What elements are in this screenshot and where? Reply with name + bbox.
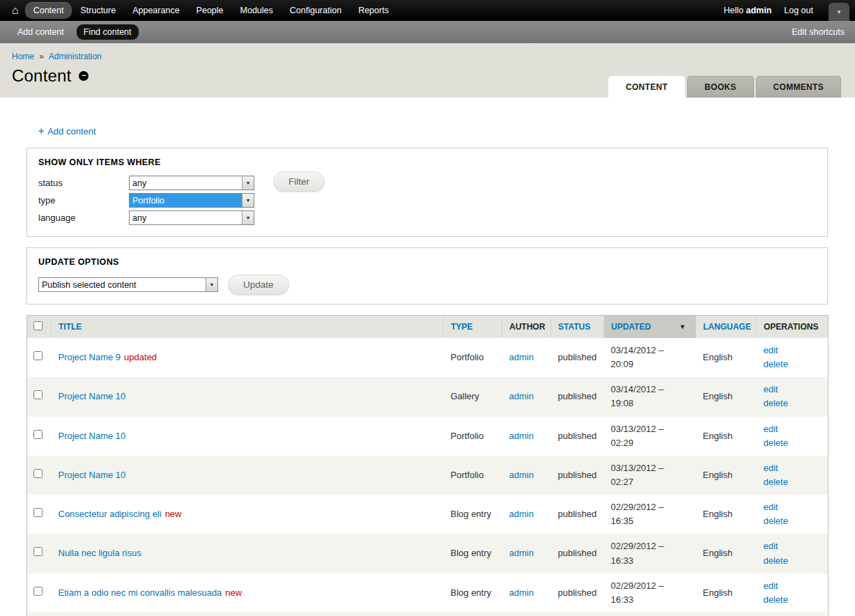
title-link[interactable]: Project Name 10	[59, 431, 126, 441]
breadcrumb-home-link[interactable]: Home	[12, 52, 34, 61]
delete-link[interactable]: delete	[764, 514, 822, 528]
title-link[interactable]: Project Name 9	[59, 352, 121, 362]
delete-link[interactable]: delete	[764, 357, 822, 371]
column-header-title[interactable]: TITLE	[52, 316, 444, 339]
update-action-select[interactable]: Publish selected content ▼	[38, 277, 218, 292]
chevron-down-icon: ▼	[242, 194, 254, 207]
breadcrumb-administration-link[interactable]: Administration	[49, 52, 102, 61]
updated-cell: 03/14/2012 – 19:08	[604, 377, 696, 416]
edit-link[interactable]: edit	[764, 383, 822, 396]
delete-link[interactable]: delete	[764, 396, 822, 410]
toolbar-toggle-button[interactable]: ▼	[829, 3, 849, 21]
plus-icon: +	[38, 125, 44, 137]
title-link[interactable]: Project Name 10	[59, 470, 126, 480]
author-link[interactable]: admin	[509, 509, 534, 519]
row-checkbox[interactable]	[33, 547, 43, 556]
table-row: Nulla nec ligula risusBlog entryadminpub…	[27, 534, 829, 573]
language-cell: English	[696, 377, 757, 416]
menu-item-appearance[interactable]: Appearance	[124, 2, 187, 19]
tab-books[interactable]: BOOKS	[687, 76, 754, 98]
menu-item-configuration[interactable]: Configuration	[282, 2, 350, 19]
author-link[interactable]: admin	[509, 431, 534, 441]
table-row: Project Name 10Portfolioadminpublished03…	[27, 417, 829, 456]
chevron-down-icon: ▼	[242, 211, 254, 224]
title-link[interactable]: Consectetur adipiscing eli	[59, 509, 162, 519]
table-row: Consectetur adipiscing elinewBlog entrya…	[27, 495, 829, 534]
minus-circle-icon[interactable]: −	[79, 71, 88, 81]
edit-link[interactable]: edit	[764, 461, 822, 475]
status-cell: published	[551, 573, 604, 613]
tab-content[interactable]: CONTENT	[608, 76, 685, 98]
updated-cell: 03/13/2012 – 02:29	[604, 417, 696, 456]
admin-toolbar: ⌂ ContentStructureAppearancePeopleModule…	[0, 0, 855, 21]
language-select[interactable]: any ▼	[129, 210, 254, 225]
shortcut-add-content[interactable]: Add content	[10, 24, 71, 40]
type-cell: Portfolio	[444, 456, 502, 495]
edit-link[interactable]: edit	[764, 344, 822, 357]
delete-link[interactable]: delete	[764, 554, 822, 568]
logout-link[interactable]: Log out	[784, 6, 813, 15]
edit-link[interactable]: edit	[764, 539, 822, 553]
author-link[interactable]: admin	[509, 470, 534, 480]
table-row: Etiam a odio nec mi convallis malesuadan…	[27, 573, 829, 613]
author-link[interactable]: admin	[509, 587, 534, 598]
menu-item-people[interactable]: People	[188, 2, 232, 19]
title-link[interactable]: Project Name 10	[59, 391, 126, 401]
status-cell: published	[551, 456, 604, 495]
table-row: Project Name 10Galleryadminpublished03/1…	[27, 377, 829, 416]
select-all-checkbox[interactable]	[33, 321, 43, 330]
status-select[interactable]: any ▼	[129, 176, 254, 190]
row-checkbox[interactable]	[33, 469, 43, 478]
title-link[interactable]: Nulla nec ligula risus	[59, 548, 141, 558]
shortcut-find-content[interactable]: Find content	[77, 24, 139, 40]
column-header-type[interactable]: TYPE	[444, 316, 502, 339]
greeting-text: Hello admin	[723, 6, 771, 15]
column-label-status: STATUS	[558, 322, 590, 332]
edit-link[interactable]: edit	[764, 422, 822, 436]
update-button[interactable]: Update	[228, 275, 289, 295]
edit-shortcuts-link[interactable]: Edit shortcuts	[792, 27, 845, 37]
status-cell: published	[551, 534, 604, 573]
table-row: 02/29/2012edit	[27, 613, 829, 616]
add-content-link[interactable]: +Add content	[38, 125, 96, 137]
chevron-down-icon: ▼	[836, 9, 842, 15]
delete-link[interactable]: delete	[764, 436, 822, 450]
menu-item-content[interactable]: Content	[25, 2, 72, 19]
column-header-status[interactable]: STATUS	[551, 316, 604, 339]
updated-cell: 03/13/2012 – 02:27	[604, 456, 696, 495]
menu-item-structure[interactable]: Structure	[72, 2, 124, 19]
language-cell	[696, 613, 757, 616]
row-checkbox[interactable]	[33, 430, 43, 439]
edit-link[interactable]: edit	[764, 579, 822, 593]
edit-link[interactable]: edit	[764, 500, 822, 514]
title-link[interactable]: Etiam a odio nec mi convallis malesuada	[59, 587, 222, 598]
row-checkbox[interactable]	[33, 351, 43, 360]
delete-link[interactable]: delete	[764, 475, 822, 489]
type-select[interactable]: Portfolio ▼	[129, 193, 254, 208]
menu-item-modules[interactable]: Modules	[232, 2, 282, 19]
delete-link[interactable]: delete	[764, 593, 822, 607]
tab-comments[interactable]: COMMENTS	[756, 76, 841, 98]
author-link[interactable]: admin	[509, 548, 534, 558]
home-icon[interactable]: ⌂	[6, 5, 25, 16]
column-header-updated[interactable]: UPDATED▼	[604, 316, 696, 339]
row-checkbox[interactable]	[33, 390, 43, 399]
updated-cell: 02/29/2012	[604, 613, 696, 616]
filter-label-language: language	[38, 213, 129, 223]
status-cell	[551, 613, 604, 616]
menu-item-reports[interactable]: Reports	[350, 2, 397, 19]
column-label-type: TYPE	[451, 322, 472, 332]
column-label-author: AUTHOR	[509, 322, 545, 332]
type-cell: Portfolio	[444, 417, 502, 456]
column-header-language[interactable]: LANGUAGE	[696, 316, 757, 339]
breadcrumb-separator: »	[39, 52, 44, 61]
type-cell: Blog entry	[444, 573, 502, 613]
author-link[interactable]: admin	[509, 391, 534, 401]
type-cell: Blog entry	[444, 495, 502, 534]
row-checkbox[interactable]	[33, 587, 43, 596]
filter-button[interactable]: Filter	[273, 171, 325, 192]
updated-cell: 02/29/2012 – 16:35	[604, 495, 696, 534]
status-cell: published	[551, 417, 604, 456]
author-link[interactable]: admin	[509, 352, 534, 362]
row-checkbox[interactable]	[33, 508, 43, 517]
